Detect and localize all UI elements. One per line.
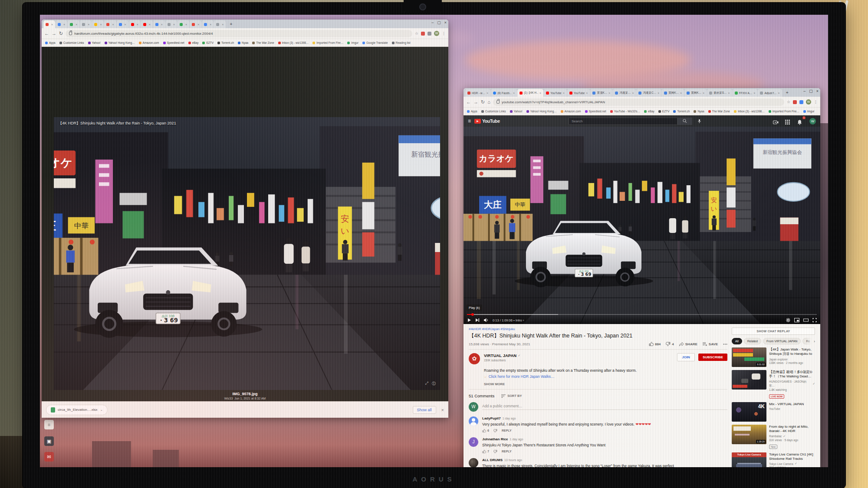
comment-author[interactable]: ALL DRUMS13 hours ago	[482, 458, 727, 462]
bookmark-item[interactable]: Yahoo! Hong Kong…	[105, 41, 135, 44]
related-video-title[interactable]: From day to night at Mito, Ibaraki - 4K …	[769, 425, 815, 434]
bookmark-item[interactable]: The War Zone	[708, 110, 730, 113]
home-icon[interactable]: ⌂	[487, 99, 490, 105]
volume-icon[interactable]	[483, 318, 489, 322]
tab-close-icon[interactable]: ×	[608, 92, 610, 95]
join-button[interactable]: JOIN	[677, 353, 695, 361]
settings-gear-icon[interactable]	[786, 318, 790, 322]
bookmark-item[interactable]: Nyaa	[694, 110, 704, 113]
play-icon[interactable]	[467, 318, 471, 322]
comment-like-button[interactable]: 7	[482, 450, 489, 453]
bookmark-item[interactable]: Customize Links	[59, 41, 84, 44]
tab-close-icon[interactable]: ×	[487, 92, 488, 95]
comment-reply-button[interactable]: REPLY	[502, 429, 512, 432]
extension-icon[interactable]	[427, 32, 431, 36]
channel-avatar[interactable]: ✿	[469, 353, 480, 364]
tab-close-icon[interactable]: ×	[210, 23, 211, 26]
lightbox-image[interactable]: カラオケ 大庄 中華 新宿観光振興協会 安い 品川 330 ・3 69 【4K …	[54, 117, 440, 390]
mic-button[interactable]	[696, 118, 703, 125]
browser-tab[interactable]: (1)【4K H…×	[517, 89, 543, 97]
browser-tab[interactable]: ×	[178, 20, 189, 28]
bookmark-item[interactable]: Apps	[467, 110, 477, 113]
browser-tab[interactable]: ×	[117, 20, 128, 28]
show-chat-replay-button[interactable]: SHOW CHAT REPLAY	[732, 328, 815, 335]
extension-icon[interactable]	[799, 100, 803, 104]
window-controls[interactable]: –▢×	[431, 20, 447, 25]
sort-by-button[interactable]: SORT BY	[501, 394, 522, 398]
bookmark-item[interactable]: Apps	[45, 41, 56, 44]
video-thumbnail[interactable]: 3:21:32	[732, 347, 766, 367]
related-video-title[interactable]: Mix - VIRTUAL JAPAN	[769, 402, 804, 406]
adblock-extension-icon[interactable]	[793, 100, 797, 104]
tab-close-icon[interactable]: ×	[161, 23, 163, 26]
tab-close-icon[interactable]: ×	[76, 23, 77, 26]
bookmark-item[interactable]: Nyaa	[238, 41, 248, 44]
bookmark-item[interactable]: Inbox (3) - wiz1398…	[734, 110, 765, 113]
bookmark-item[interactable]: Yahoo! Hong Kong…	[526, 110, 557, 113]
tab-close-icon[interactable]: ×	[125, 23, 126, 26]
bookmark-item[interactable]: Yahoo!	[88, 41, 101, 44]
browser-tab[interactable]: ×	[43, 20, 55, 28]
video-thumbnail[interactable]: 1:29:20	[732, 425, 766, 444]
related-video-channel[interactable]: HUNGGYGAMES · JASON的世…✓	[769, 380, 815, 388]
reload-icon[interactable]: ↻	[481, 99, 485, 105]
tab-close-icon[interactable]: ×	[63, 23, 65, 26]
bookmark-item[interactable]: Google Translate	[362, 41, 388, 44]
search-button[interactable]	[677, 118, 692, 125]
bookmark-item[interactable]: Imported From Fire…	[769, 110, 799, 113]
browser-tab[interactable]: 置网K…×	[684, 89, 707, 97]
desktop-icon-mail-app[interactable]: ✉	[44, 452, 54, 462]
browser-tab[interactable]: ×	[190, 20, 201, 28]
browser-tab[interactable]: 置网K…×	[662, 89, 684, 97]
tab-close-icon[interactable]: ×	[222, 23, 224, 26]
close-downloads-icon[interactable]: ×	[441, 407, 444, 413]
browser-tab[interactable]: ×	[165, 20, 177, 28]
commenter-avatar[interactable]	[469, 416, 478, 426]
miniplayer-icon[interactable]	[794, 318, 799, 322]
filter-chip[interactable]: Related	[744, 338, 761, 344]
window-controls[interactable]: –▢×	[803, 89, 819, 93]
bookmark-item[interactable]: EZTV	[202, 41, 214, 44]
browser-tab[interactable]: ×	[129, 20, 141, 28]
browser-tab[interactable]: ×	[141, 20, 153, 28]
bookmark-item[interactable]: Customize Links	[481, 110, 506, 113]
comment-dislike-button[interactable]	[493, 429, 497, 432]
share-button[interactable]: SHARE	[679, 342, 697, 346]
bookmark-item[interactable]: eBay	[644, 110, 654, 113]
browser-tab[interactable]: ×	[202, 20, 214, 28]
tab-close-icon[interactable]: ×	[137, 23, 138, 26]
tab-close-icon[interactable]: ×	[632, 92, 634, 95]
theater-mode-icon[interactable]	[803, 318, 809, 322]
bookmark-item[interactable]: Amazon.com	[561, 110, 581, 113]
comment-like-button[interactable]: 6	[482, 429, 489, 432]
browser-tab[interactable]: ×	[214, 20, 226, 28]
tab-close-icon[interactable]: ×	[513, 92, 515, 95]
menu-icon[interactable]: ⋮	[442, 31, 446, 36]
apps-grid-icon[interactable]	[785, 118, 791, 124]
tab-close-icon[interactable]: ×	[753, 92, 755, 95]
browser-tab[interactable]: 冯遵某…×	[613, 89, 636, 97]
tab-close-icon[interactable]: ×	[703, 92, 704, 95]
tab-close-icon[interactable]: ×	[586, 92, 588, 95]
back-icon[interactable]: ←	[44, 31, 49, 36]
commenter-avatar[interactable]: J	[469, 437, 478, 447]
desktop-icon-document[interactable]: ≡	[44, 420, 54, 429]
tab-close-icon[interactable]: ×	[680, 92, 682, 95]
notifications-bell-icon[interactable]: 1	[797, 118, 803, 124]
filter-chip[interactable]: From VIRTUAL JAPAN	[763, 338, 801, 344]
tab-close-icon[interactable]: ×	[100, 23, 102, 26]
add-comment-field[interactable]: Add a public comment…	[482, 404, 727, 410]
download-item[interactable]: circa_9h_Elevation….xlsx ⌄	[46, 405, 108, 415]
bookmark-item[interactable]: The War Zone	[252, 41, 274, 44]
related-video-channel[interactable]: Tokyo Live Camera✓	[769, 462, 815, 465]
related-video-channel[interactable]: Rambalac✓	[769, 435, 815, 438]
bookmark-item[interactable]: Torrent.ch	[673, 110, 690, 113]
zoom-icon[interactable]: ⤢	[425, 381, 428, 386]
browser-tab[interactable]: ×	[68, 20, 79, 28]
browser-tab[interactable]: (8) Faceb…×	[491, 89, 517, 97]
related-video[interactable]: Tokyo Live CameraTokyo Live Camera Ch1 […	[732, 452, 815, 467]
related-video-channel[interactable]: YouTube	[769, 407, 804, 410]
bookmark-item[interactable]: EZTV	[658, 110, 670, 113]
description-link[interactable]: Click here for more HDR Japan Walks…	[489, 374, 555, 379]
browser-tab[interactable]: YouTube×	[567, 89, 590, 97]
